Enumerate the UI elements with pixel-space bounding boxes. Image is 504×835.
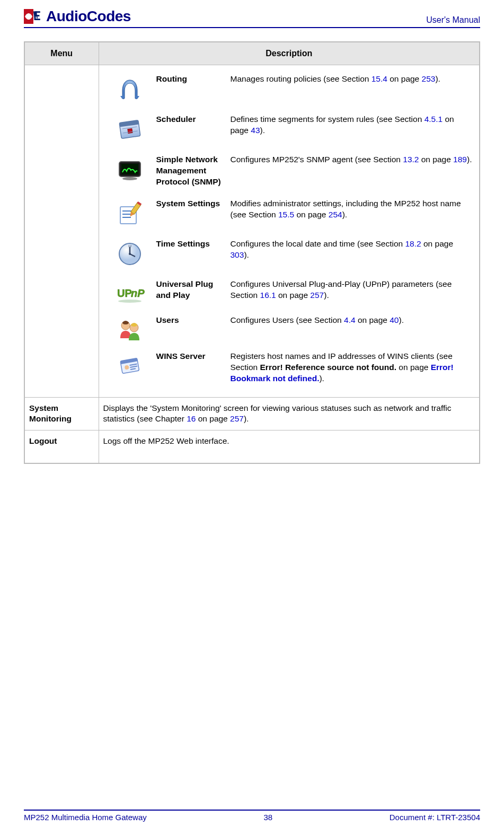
footer-left: MP252 Multimedia Home Gateway bbox=[24, 813, 147, 822]
section-link: 40 bbox=[390, 315, 399, 324]
item-label: Time Settings bbox=[156, 239, 231, 250]
text: on page bbox=[421, 239, 453, 248]
section-link: 303 bbox=[231, 250, 244, 259]
item-label: Simple Network Management Protocol (SNMP… bbox=[156, 154, 231, 188]
table-row: Logout Logs off the MP252 Web interface. bbox=[24, 430, 480, 463]
item-description: Registers host names and IP addresses of… bbox=[231, 351, 475, 384]
text: ). bbox=[324, 291, 329, 300]
section-link: 16.1 bbox=[260, 291, 276, 300]
section-link: 4.4 bbox=[344, 315, 356, 324]
description-cell-logout: Logs off the MP252 Web interface. bbox=[99, 430, 480, 463]
list-item: UPnPUniversal Plug and PlayConfigures Un… bbox=[103, 276, 475, 312]
audiocodes-logo-icon bbox=[24, 9, 44, 24]
brand-logo: AudioCodes bbox=[24, 8, 131, 25]
column-header-description: Description bbox=[99, 42, 480, 65]
section-link: 257 bbox=[310, 291, 324, 300]
text: Defines time segments for system rules (… bbox=[231, 115, 425, 124]
list-item: RoutingManages routing policies (see Sec… bbox=[103, 71, 475, 111]
list-item: System SettingsModifies administrator se… bbox=[103, 195, 475, 235]
menu-cell-blank bbox=[24, 65, 99, 398]
svg-point-10 bbox=[122, 177, 137, 180]
item-label: WINS Server bbox=[156, 351, 231, 362]
header-doc-title: User's Manual bbox=[426, 15, 480, 25]
description-cell-system-monitoring: Displays the 'System Monitoring' screen … bbox=[99, 397, 480, 430]
section-link: 16 bbox=[187, 414, 196, 423]
svg-text:12: 12 bbox=[128, 244, 131, 248]
text: on page bbox=[276, 291, 311, 300]
section-link: 254 bbox=[329, 210, 342, 219]
text: ). bbox=[435, 74, 440, 83]
table-row: System Monitoring Displays the 'System M… bbox=[24, 397, 480, 430]
description-cell-items: RoutingManages routing policies (see Sec… bbox=[99, 65, 480, 398]
section-link: 15.5 bbox=[278, 210, 294, 219]
menu-cell-system-monitoring: System Monitoring bbox=[24, 397, 99, 430]
item-description: Configures the local date and time (see … bbox=[231, 239, 475, 261]
item-description: Modifies administrator settings, includi… bbox=[231, 198, 475, 221]
footer-right: Document #: LTRT-23504 bbox=[390, 813, 480, 822]
list-item: WINS ServerRegisters host names and IP a… bbox=[103, 348, 475, 392]
list-item: 12Time SettingsConfigures the local date… bbox=[103, 235, 475, 276]
error-text: Error! Reference source not found. bbox=[260, 363, 397, 372]
snmp-icon bbox=[103, 154, 156, 184]
scheduler-icon bbox=[103, 114, 156, 144]
menu-description-table: Menu Description RoutingManages routing … bbox=[24, 41, 480, 464]
text: ). bbox=[244, 250, 249, 259]
item-description: Defines time segments for system rules (… bbox=[231, 114, 475, 136]
text: Configures MP252's SNMP agent (see Secti… bbox=[231, 155, 403, 164]
system-settings-icon bbox=[103, 198, 156, 228]
text: Manages routing policies (see Section bbox=[231, 74, 372, 83]
svg-rect-5 bbox=[127, 128, 132, 133]
section-link: 189 bbox=[453, 155, 467, 164]
text: on page bbox=[419, 155, 453, 164]
section-link: 13.2 bbox=[403, 155, 419, 164]
text: ). bbox=[260, 126, 265, 135]
section-link: 18.2 bbox=[405, 239, 421, 248]
upnp-icon: UPnP bbox=[103, 279, 156, 309]
text: on page bbox=[396, 363, 431, 372]
brand-name: AudioCodes bbox=[46, 8, 131, 25]
footer-page-number: 38 bbox=[263, 813, 272, 822]
text: ). bbox=[244, 414, 249, 423]
svg-text:UP: UP bbox=[117, 287, 132, 299]
item-label: System Settings bbox=[156, 198, 231, 209]
page-footer: MP252 Multimedia Home Gateway 38 Documen… bbox=[24, 810, 480, 822]
section-link: 43 bbox=[251, 126, 260, 135]
text: on page bbox=[294, 210, 329, 219]
routing-icon bbox=[103, 74, 156, 103]
text: on page bbox=[356, 315, 390, 324]
users-icon bbox=[103, 315, 156, 345]
svg-point-25 bbox=[118, 300, 142, 303]
text: Configures the local date and time (see … bbox=[231, 239, 405, 248]
list-item: UsersConfigures Users (see Section 4.4 o… bbox=[103, 312, 475, 348]
item-description: Configures MP252's SNMP agent (see Secti… bbox=[231, 154, 475, 165]
item-description: Manages routing policies (see Section 15… bbox=[231, 74, 475, 85]
section-link: 4.5.1 bbox=[425, 115, 443, 124]
item-label: Scheduler bbox=[156, 114, 231, 125]
text: on page bbox=[387, 74, 422, 83]
text: ). bbox=[319, 374, 324, 383]
text: ). bbox=[399, 315, 403, 324]
text: Configures Users (see Section bbox=[231, 315, 344, 324]
list-item: SchedulerDefines time segments for syste… bbox=[103, 111, 475, 151]
section-link: 257 bbox=[230, 414, 244, 423]
wins-icon bbox=[103, 351, 156, 381]
item-description: Configures Universal Plug-and-Play (UPnP… bbox=[231, 279, 475, 301]
list-item: Simple Network Management Protocol (SNMP… bbox=[103, 151, 475, 195]
text: ). bbox=[342, 210, 347, 219]
text: Displays the 'System Monitoring' screen … bbox=[103, 403, 452, 424]
page-header: AudioCodes User's Manual bbox=[24, 8, 480, 28]
section-link: 253 bbox=[422, 74, 436, 83]
column-header-menu: Menu bbox=[24, 42, 99, 65]
menu-cell-logout: Logout bbox=[24, 430, 99, 463]
svg-text:nP: nP bbox=[131, 287, 145, 299]
item-label: Universal Plug and Play bbox=[156, 279, 231, 301]
table-row: RoutingManages routing policies (see Sec… bbox=[24, 65, 480, 398]
time-settings-icon: 12 bbox=[103, 239, 156, 268]
item-description: Configures Users (see Section 4.4 on pag… bbox=[231, 315, 475, 326]
section-link: 15.4 bbox=[372, 74, 387, 83]
item-label: Users bbox=[156, 315, 231, 326]
item-label: Routing bbox=[156, 74, 231, 85]
text: on page bbox=[196, 414, 230, 423]
text: ). bbox=[467, 155, 472, 164]
